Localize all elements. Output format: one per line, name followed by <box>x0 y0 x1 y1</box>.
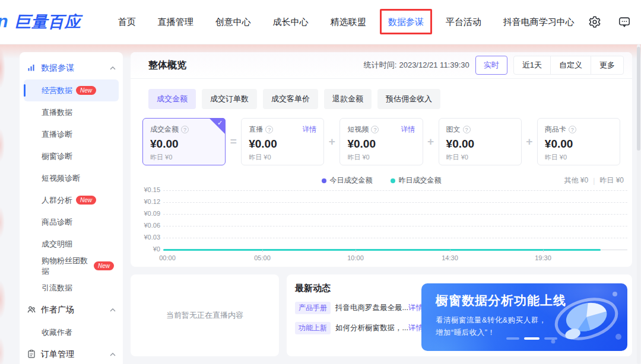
page-content: 数据参谋 经营数据 New 直播数据 直播诊断 橱窗诊断 短视频诊断 人群分析 … <box>0 44 641 364</box>
help-icon[interactable]: ? <box>371 126 379 133</box>
divider: | <box>593 177 595 185</box>
legend-yesterday-gmv[interactable]: 昨日成交金额 <box>391 175 442 186</box>
nav-item-data-advisor[interactable]: 数据参谋 <box>388 17 424 28</box>
sidebar-item-showcase-diagnosis[interactable]: 橱窗诊断 <box>24 145 119 167</box>
metric-yesterday: 昨日 ¥0 <box>249 153 316 162</box>
time-filter-1day[interactable]: 近1天 <box>514 56 550 74</box>
sidebar-item-favorite-authors[interactable]: 收藏作者 <box>24 321 119 343</box>
nav-item-home[interactable]: 首页 <box>118 17 136 28</box>
yesterday-series-line <box>163 249 601 251</box>
help-icon[interactable]: ? <box>463 126 471 133</box>
metric-value: ¥0.00 <box>150 138 218 151</box>
x-axis-tick: 05:00 <box>254 254 271 261</box>
sidebar-item-video-diagnosis[interactable]: 短视频诊断 <box>24 167 119 189</box>
promo-banner[interactable]: 橱窗数据分析功能上线 看清橱窗流量&转化&购买人群， 增加“睡后收入”！ <box>421 283 627 351</box>
help-icon[interactable]: ? <box>569 126 576 133</box>
time-filter-custom[interactable]: 自定义 <box>550 56 591 74</box>
banner-subtitle-line2: 增加“睡后收入”！ <box>436 328 495 338</box>
news-tag: 功能上新 <box>295 322 331 334</box>
check-icon: ✓ <box>217 119 223 127</box>
people-icon <box>27 305 36 316</box>
sidebar-group-order-management[interactable]: 订单管理 <box>20 343 123 364</box>
metric-card-image-text[interactable]: 图文 ? ¥0.00 昨日 ¥0 <box>439 118 522 165</box>
tab-gmv[interactable]: 成交金额 <box>148 89 196 109</box>
header-icons <box>588 15 632 29</box>
gmv-trend-chart: ¥0.15 ¥0.12 ¥0.09 ¥0.06 ¥0.03 ¥0 00:00 0… <box>137 190 627 263</box>
settings-gear-icon[interactable] <box>588 15 602 29</box>
chevron-up-icon[interactable] <box>110 353 116 356</box>
sidebar-item-transaction-detail[interactable]: 成交明细 <box>24 233 119 255</box>
nav-item-selected-alliance[interactable]: 精选联盟 <box>331 17 366 28</box>
metric-value: ¥0.00 <box>347 138 415 151</box>
live-empty-text: 当前暂无正在直播内容 <box>166 310 243 321</box>
time-controls: 统计时间:2023/12/21 11:39:30 实时 近1天 自定义 更多 <box>364 56 624 75</box>
tab-order-count[interactable]: 成交订单数 <box>202 89 257 109</box>
sidebar-item-business-data[interactable]: 经营数据 New <box>24 79 119 101</box>
news-item[interactable]: 产品手册 抖音电商罗盘最全最... 详情 <box>295 302 421 314</box>
x-axis-tick: 19:30 <box>535 254 551 261</box>
nav-item-live-management[interactable]: 直播管理 <box>158 17 193 28</box>
legend-dot-today <box>322 178 326 183</box>
metric-cards-row: ✓ 成交金额 ? ¥0.00 昨日 ¥0 = 直播 ? 详情 ¥0.00 昨日 … <box>131 109 632 165</box>
legend-today-gmv[interactable]: 今日成交金额 <box>322 175 373 186</box>
tab-refund-amount[interactable]: 退款金额 <box>324 89 372 109</box>
time-filter-realtime[interactable]: 实时 <box>475 56 507 75</box>
logo-fragment: in <box>0 11 9 31</box>
brand-logo[interactable]: in 巨量百应 <box>0 11 81 33</box>
feedback-message-icon[interactable] <box>617 15 632 29</box>
chevron-up-icon[interactable] <box>110 308 116 312</box>
x-axis-tick: 00:00 <box>159 254 176 261</box>
chevron-up-icon[interactable] <box>110 66 116 70</box>
detail-link[interactable]: 详情 <box>401 124 415 135</box>
new-badge: New <box>76 86 96 95</box>
metric-value: ¥0.00 <box>249 138 316 151</box>
metric-card-short-video[interactable]: 短视频 ? 详情 ¥0.00 昨日 ¥0 <box>339 118 423 165</box>
nav-item-learning-center[interactable]: 抖音电商学习中心 <box>503 17 575 28</box>
time-filter-more[interactable]: 更多 <box>591 56 623 74</box>
nav-item-platform-activity[interactable]: 平台活动 <box>446 17 481 28</box>
statistic-time: 统计时间:2023/12/21 11:39:30 <box>364 60 469 71</box>
scrollbar-track[interactable] <box>637 44 640 364</box>
metric-tabs: 成交金额 成交订单数 成交客单价 退款金额 预估佣金收入 <box>131 79 632 109</box>
nav-item-creative-center[interactable]: 创意中心 <box>215 17 251 28</box>
news-item[interactable]: 功能上新 如何分析橱窗数据，... 详情 <box>295 322 421 334</box>
banner-subtitle-line1: 看清橱窗流量&转化&购买人群， <box>436 315 547 325</box>
carousel-dot-active[interactable] <box>524 337 540 340</box>
nav-item-growth-center[interactable]: 成长中心 <box>273 17 309 28</box>
sidebar-item-audience-analysis[interactable]: 人群分析 New <box>24 189 119 211</box>
overview-panel: 整体概览 统计时间:2023/12/21 11:39:30 实时 近1天 自定义… <box>131 52 632 267</box>
time-filter-group: 近1天 自定义 更多 <box>513 56 624 75</box>
sidebar-group-data-advisor[interactable]: 数据参谋 <box>20 57 123 79</box>
equals-operator: = <box>226 135 241 148</box>
metric-card-product-card[interactable]: 商品卡 ? ¥0.00 昨日 ¥0 <box>537 118 620 165</box>
sidebar-item-live-data[interactable]: 直播数据 <box>24 101 119 123</box>
sidebar: 数据参谋 经营数据 New 直播数据 直播诊断 橱窗诊断 短视频诊断 人群分析 … <box>20 52 123 364</box>
latest-news: 最新动态 产品手册 抖音电商罗盘最全最... 详情 功能上新 如何分析橱窗数据，… <box>295 283 421 334</box>
active-indicator-bar <box>24 84 26 97</box>
main-nav: 首页 直播管理 创意中心 成长中心 精选联盟 数据参谋 平台活动 抖音电商学习中… <box>118 17 575 28</box>
metric-card-live[interactable]: 直播 ? 详情 ¥0.00 昨日 ¥0 <box>241 118 324 165</box>
clipboard-icon <box>27 349 36 360</box>
x-axis-tick: 14:30 <box>442 254 458 261</box>
chart-legend: 今日成交金额 昨日成交金额 其他 ¥0 | 昨日 ¥0 <box>131 175 632 186</box>
tab-avg-order-value[interactable]: 成交客单价 <box>263 89 318 109</box>
help-icon[interactable]: ? <box>181 126 189 133</box>
sidebar-item-product-diagnosis[interactable]: 商品诊断 <box>24 211 119 233</box>
scrollbar-thumb[interactable] <box>637 47 640 151</box>
logo-text: 巨量百应 <box>15 11 81 33</box>
metric-yesterday: 昨日 ¥0 <box>446 153 514 162</box>
page-title: 整体概览 <box>148 59 186 72</box>
metric-value: ¥0.00 <box>545 138 613 151</box>
sidebar-item-fan-club-data[interactable]: 购物粉丝团数据 New <box>24 255 119 277</box>
metric-yesterday: 昨日 ¥0 <box>347 153 415 162</box>
help-icon[interactable]: ? <box>265 126 273 133</box>
metric-value: ¥0.00 <box>446 138 514 151</box>
sidebar-group-author-plaza[interactable]: 作者广场 <box>20 299 123 321</box>
carousel-dot[interactable] <box>506 337 519 340</box>
news-tag: 产品手册 <box>295 302 331 314</box>
sidebar-item-live-diagnosis[interactable]: 直播诊断 <box>24 123 119 145</box>
tab-estimated-commission[interactable]: 预估佣金收入 <box>377 89 440 109</box>
sidebar-item-traffic-data[interactable]: 引流数据 <box>24 277 119 299</box>
metric-card-gmv[interactable]: ✓ 成交金额 ? ¥0.00 昨日 ¥0 <box>142 118 226 165</box>
detail-link[interactable]: 详情 <box>302 124 316 135</box>
